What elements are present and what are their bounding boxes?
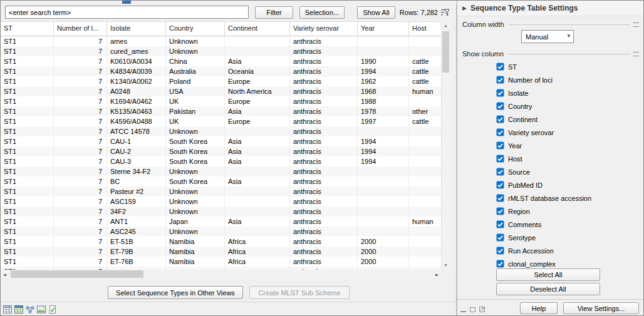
vertical-scrollbar-thumb[interactable] xyxy=(442,31,449,73)
report-view-icon[interactable] xyxy=(48,305,57,313)
show-column-checkbox-continent[interactable]: Continent xyxy=(496,113,641,126)
table-cell: Unknown xyxy=(166,227,225,237)
selection-button[interactable]: Selection... xyxy=(299,6,345,19)
column-header-6[interactable]: Year xyxy=(358,22,409,36)
show-column-checkbox-serotype[interactable]: Serotype xyxy=(496,231,641,244)
deselect-all-button[interactable]: Deselect All xyxy=(496,283,600,295)
checkbox-checked-icon xyxy=(496,194,504,202)
scroll-down-icon[interactable]: ▼ xyxy=(442,261,450,270)
show-column-checkbox-rmlst-database-accession[interactable]: rMLST database accession xyxy=(496,191,641,205)
table-cell: UK xyxy=(166,116,225,126)
show-column-checkbox-host[interactable]: Host xyxy=(496,152,641,165)
show-column-checkbox-run-accession[interactable]: Run Accession xyxy=(496,244,641,257)
float-panel-icon[interactable] xyxy=(469,304,476,311)
checkbox-label: PubMed ID xyxy=(508,181,543,189)
table-cell: cattle xyxy=(409,76,441,86)
column-header-5[interactable]: Variety serovar xyxy=(290,22,358,36)
table-row[interactable]: ST17CAU-1South KoreaAsiaanthracis1994 xyxy=(1,136,441,146)
table-row[interactable]: ST17amesUnknownanthracis xyxy=(1,36,441,46)
table-row[interactable]: ST17ATCC 14578Unknownanthracis xyxy=(1,126,441,136)
group-collapse-handle-icon[interactable] xyxy=(633,52,639,56)
table-row[interactable]: ST17BCSouth KoreaAsiaanthracis xyxy=(1,176,441,186)
column-header-4[interactable]: Continent xyxy=(225,22,290,36)
show-column-checkbox-variety-serovar[interactable]: Variety serovar xyxy=(496,126,641,139)
image-view-icon[interactable] xyxy=(37,305,46,313)
horizontal-scrollbar-thumb[interactable] xyxy=(11,270,143,278)
network-view-icon[interactable] xyxy=(26,305,34,313)
column-header-7[interactable]: Host xyxy=(409,22,441,36)
table-cell xyxy=(358,186,409,196)
table-row[interactable]: ST17ASC159Unknownanthracis xyxy=(1,196,441,206)
table-cell: ST1 xyxy=(1,96,54,106)
vertical-scrollbar[interactable]: ▲ ▼ xyxy=(441,21,450,270)
table-cell: 7 xyxy=(54,126,107,136)
rows-filter-icon[interactable] xyxy=(441,8,450,17)
table-row[interactable]: ST17K4834/A0039AustraliaOceaniaanthracis… xyxy=(1,66,441,76)
table-row[interactable]: ST17K4596/A0488UKEuropeanthracis1997catt… xyxy=(1,116,441,126)
column-header-3[interactable]: Country xyxy=(166,22,225,36)
column-header-0[interactable]: ST xyxy=(1,22,54,36)
table-row[interactable]: ST17Sterne 34-F2Unknownanthracis xyxy=(1,166,441,176)
table-cell: 1994 xyxy=(358,66,409,76)
select-all-button[interactable]: Select All xyxy=(496,268,600,281)
table-row[interactable]: ST17CAU-2South KoreaAsiaanthracis1994 xyxy=(1,146,441,156)
show-column-checkbox-region[interactable]: Region xyxy=(496,205,641,218)
show-column-checkbox-year[interactable]: Year xyxy=(496,139,641,152)
scroll-left-icon[interactable]: ◀ xyxy=(1,270,9,278)
table-row[interactable]: ST17K0610/A0034ChinaAsiaanthracis1990cat… xyxy=(1,56,441,66)
table-row[interactable]: ST17ANT1JapanAsiaanthracishuman xyxy=(1,217,441,227)
show-column-checkbox-source[interactable]: Source xyxy=(496,165,641,178)
table-cell xyxy=(358,176,409,186)
select-in-other-views-button[interactable]: Select Sequence Types in Other Views xyxy=(108,286,243,299)
show-column-checkbox-country[interactable]: Country xyxy=(496,99,641,113)
table-row[interactable]: ST17CAU-3South KoreaAsiaanthracis1994 xyxy=(1,156,441,166)
table-cell xyxy=(225,46,290,56)
table-row[interactable]: ST17ASC245Unknownanthracis xyxy=(1,227,441,237)
filtered-table-view-icon[interactable] xyxy=(14,305,23,313)
table-row[interactable]: ST17K5135/A0463PakistanAsiaanthracis1978… xyxy=(1,106,441,116)
table-cell: ST1 xyxy=(1,116,54,126)
column-width-select[interactable]: Manual ▾ xyxy=(521,30,574,43)
table-cell: Africa xyxy=(225,247,290,257)
search-input[interactable] xyxy=(5,6,249,19)
table-row[interactable]: ST1734F2Unknownanthracis xyxy=(1,206,441,217)
table-row[interactable]: ST17ET-51BNamibiaAfricaanthracis2000 xyxy=(1,237,441,247)
table-row[interactable]: ST17K1340/A0062PolandEuropeanthracis1962… xyxy=(1,76,441,86)
table-cell: K1694/A0462 xyxy=(107,96,166,106)
table-cell: South Korea xyxy=(166,146,225,156)
show-column-checkbox-pubmed-id[interactable]: PubMed ID xyxy=(496,178,641,191)
checkbox-checked-icon xyxy=(496,128,504,136)
group-collapse-handle-icon[interactable] xyxy=(633,23,639,27)
show-column-checkbox-isolate[interactable]: Isolate xyxy=(496,86,641,99)
table-row[interactable]: ST17cured_amesUnknownanthracis xyxy=(1,46,441,56)
table-cell: 7 xyxy=(54,96,107,106)
show-column-checkbox-st[interactable]: ST xyxy=(496,60,641,73)
table-view-icon[interactable] xyxy=(3,305,12,313)
scroll-right-icon[interactable]: ▶ xyxy=(433,270,441,278)
collapse-panel-icon[interactable] xyxy=(460,304,467,311)
table-row[interactable]: ST17A0248USANorth Americaanthracis1968hu… xyxy=(1,86,441,96)
scroll-up-icon[interactable]: ▲ xyxy=(442,21,450,30)
dock-panel-icon[interactable] xyxy=(479,304,486,311)
table-row[interactable]: ST17ET-76BNamibiaAfricaanthracis2000 xyxy=(1,257,441,267)
table-row[interactable]: ST17ET-79BNamibiaAfricaanthracis2000 xyxy=(1,247,441,257)
filter-button[interactable]: Filter xyxy=(255,6,293,19)
settings-panel-header[interactable]: ▶ Sequence Type Table Settings xyxy=(457,1,643,16)
table-cell: ANT1 xyxy=(107,217,166,227)
table-cell: anthracis xyxy=(290,186,358,196)
view-settings-button[interactable]: View Settings... xyxy=(563,302,639,314)
show-all-button[interactable]: Show All xyxy=(357,6,395,19)
column-header-1[interactable]: Number of l... xyxy=(54,22,107,36)
table-cell: 7 xyxy=(54,86,107,96)
collapse-arrow-icon[interactable]: ▶ xyxy=(462,5,467,11)
table-cell: anthracis xyxy=(290,76,358,86)
help-button[interactable]: Help xyxy=(520,302,558,314)
checkbox-label: Country xyxy=(508,103,532,110)
table-row[interactable]: ST17K1694/A0462UKEuropeanthracis1988 xyxy=(1,96,441,106)
column-header-2[interactable]: Isolate xyxy=(107,22,166,36)
table-row[interactable]: ST17Pasteur #2Unknownanthracis xyxy=(1,186,441,196)
show-column-checkbox-comments[interactable]: Comments xyxy=(496,218,641,231)
checkbox-checked-icon xyxy=(496,260,504,268)
horizontal-scrollbar[interactable]: ◀ ▶ xyxy=(1,270,441,278)
show-column-checkbox-number-of-loci[interactable]: Number of loci xyxy=(496,73,641,86)
